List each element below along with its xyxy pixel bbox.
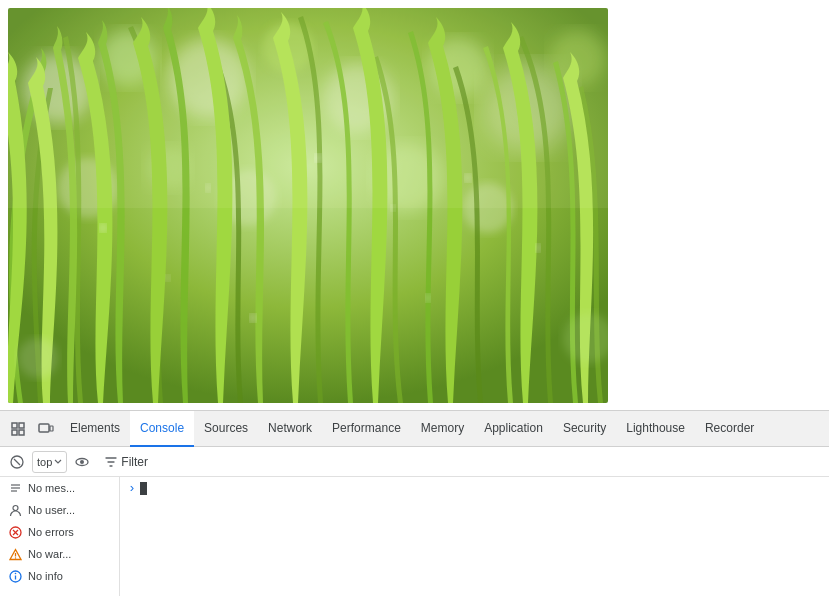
- info-icon: [8, 569, 22, 583]
- svg-rect-29: [19, 430, 24, 435]
- sidebar-messages-label: No mes...: [28, 482, 75, 494]
- console-prompt: ›: [128, 481, 147, 496]
- svg-line-33: [14, 459, 20, 465]
- tab-sources[interactable]: Sources: [194, 411, 258, 447]
- sidebar-info-label: No info: [28, 570, 63, 582]
- svg-point-14: [100, 224, 106, 232]
- svg-point-35: [80, 460, 84, 464]
- error-icon: [8, 525, 22, 539]
- console-sidebar: No mes... No user...: [0, 477, 120, 596]
- sidebar-item-warnings[interactable]: No war...: [0, 543, 119, 565]
- tab-recorder[interactable]: Recorder: [695, 411, 764, 447]
- devtools-panel: Elements Console Sources Network Perform…: [0, 410, 829, 596]
- svg-rect-31: [50, 426, 53, 431]
- clear-console-icon[interactable]: [6, 451, 28, 473]
- sidebar-item-messages[interactable]: No mes...: [0, 477, 119, 499]
- context-selector[interactable]: top: [32, 451, 67, 473]
- svg-point-22: [426, 295, 431, 302]
- svg-rect-27: [19, 423, 24, 428]
- svg-rect-30: [39, 424, 49, 432]
- devtools-tabs-bar: Elements Console Sources Network Perform…: [0, 411, 829, 447]
- inspect-element-icon[interactable]: [4, 415, 32, 443]
- tab-elements[interactable]: Elements: [60, 411, 130, 447]
- sidebar-item-user[interactable]: No user...: [0, 499, 119, 521]
- svg-point-20: [166, 275, 170, 281]
- tab-lighthouse[interactable]: Lighthouse: [616, 411, 695, 447]
- device-toolbar-icon[interactable]: [32, 415, 60, 443]
- tab-console[interactable]: Console: [130, 411, 194, 447]
- user-icon: [8, 503, 22, 517]
- tab-performance[interactable]: Performance: [322, 411, 411, 447]
- svg-point-19: [536, 245, 541, 252]
- list-icon: [8, 481, 22, 495]
- browser-viewport: [0, 0, 829, 410]
- sidebar-item-errors[interactable]: No errors: [0, 521, 119, 543]
- sidebar-errors-label: No errors: [28, 526, 74, 538]
- svg-point-21: [250, 314, 256, 322]
- svg-point-39: [13, 505, 18, 510]
- svg-point-44: [14, 557, 15, 558]
- console-cursor[interactable]: [140, 482, 147, 495]
- console-content: No mes... No user...: [0, 477, 829, 596]
- sidebar-item-info[interactable]: No info: [0, 565, 119, 587]
- sidebar-user-label: No user...: [28, 504, 75, 516]
- custom-ui-icon[interactable]: [71, 451, 93, 473]
- console-toolbar: top Filter: [0, 447, 829, 477]
- svg-rect-28: [12, 430, 17, 435]
- svg-rect-26: [12, 423, 17, 428]
- tab-network[interactable]: Network: [258, 411, 322, 447]
- grass-image: [8, 8, 608, 403]
- svg-point-47: [14, 572, 16, 574]
- sidebar-warnings-label: No war...: [28, 548, 71, 560]
- svg-point-24: [18, 338, 58, 378]
- tab-application[interactable]: Application: [474, 411, 553, 447]
- filter-button[interactable]: Filter: [97, 451, 156, 473]
- tab-security[interactable]: Security: [553, 411, 616, 447]
- warning-icon: [8, 547, 22, 561]
- tab-memory[interactable]: Memory: [411, 411, 474, 447]
- console-main-area: ›: [120, 477, 829, 596]
- svg-rect-23: [8, 8, 608, 208]
- prompt-arrow: ›: [128, 481, 136, 496]
